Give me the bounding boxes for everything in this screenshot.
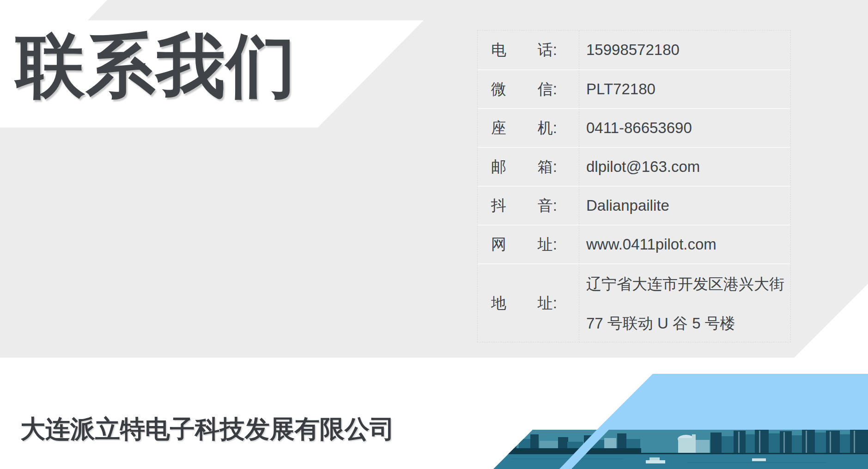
skyline-graphic xyxy=(493,430,868,469)
label-char: 机: xyxy=(538,118,557,139)
label-char: 址: xyxy=(538,293,557,314)
label-char: 网 xyxy=(491,234,506,255)
douyin-value: Dalianpailite xyxy=(579,187,790,225)
address-value: 辽宁省大连市开发区港兴大街 77 号联动 U 谷 5 号楼 xyxy=(579,264,790,342)
label-char: 邮 xyxy=(491,157,506,177)
slide-canvas: 联系我们 电 话: 15998572180 微 信: PLT72180 xyxy=(0,0,868,469)
table-row-email: 邮 箱: dlpilot@163.com xyxy=(478,147,790,186)
row-label: 网 址: xyxy=(478,225,579,263)
row-label: 微 信: xyxy=(478,70,579,108)
label-char: 箱: xyxy=(538,157,557,177)
company-name: 大连派立特电子科技发展有限公司 xyxy=(20,414,395,444)
contact-table: 电 话: 15998572180 微 信: PLT72180 座 机: xyxy=(477,30,791,342)
email-value: dlpilot@163.com xyxy=(579,148,790,186)
row-label: 座 机: xyxy=(478,109,579,147)
row-label: 邮 箱: xyxy=(478,148,579,186)
address-line-2: 77 号联动 U 谷 5 号楼 xyxy=(586,304,735,343)
website-value: www.0411pilot.com xyxy=(579,225,790,263)
row-label: 电 话: xyxy=(478,30,579,69)
label-char: 音: xyxy=(538,195,557,216)
page-title: 联系我们 xyxy=(16,28,431,106)
label-char: 地 xyxy=(491,293,506,314)
table-row-address: 地 址: 辽宁省大连市开发区港兴大街 77 号联动 U 谷 5 号楼 xyxy=(478,263,790,342)
row-label: 地 址: xyxy=(478,264,579,342)
label-char: 抖 xyxy=(491,195,506,216)
address-line-1: 辽宁省大连市开发区港兴大街 xyxy=(586,264,784,304)
landline-value: 0411-86653690 xyxy=(579,109,790,147)
table-row-wechat: 微 信: PLT72180 xyxy=(478,69,790,108)
label-char: 址: xyxy=(538,234,557,255)
boat-icon xyxy=(752,458,766,461)
table-row-phone: 电 话: 15998572180 xyxy=(478,30,790,69)
phone-value: 15998572180 xyxy=(579,30,790,69)
wechat-value: PLT72180 xyxy=(579,70,790,108)
row-label: 抖 音: xyxy=(478,187,579,225)
label-char: 话: xyxy=(538,40,557,61)
label-char: 座 xyxy=(491,118,506,139)
table-row-landline: 座 机: 0411-86653690 xyxy=(478,108,790,147)
label-char: 微 xyxy=(491,79,506,100)
table-row-website: 网 址: www.0411pilot.com xyxy=(478,225,790,263)
table-row-douyin: 抖 音: Dalianpailite xyxy=(478,186,790,225)
label-char: 电 xyxy=(491,40,506,61)
label-char: 信: xyxy=(538,79,557,100)
